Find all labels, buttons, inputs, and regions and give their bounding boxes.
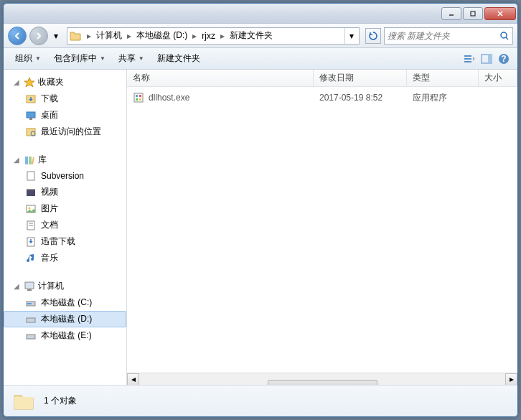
sidebar-drive-e[interactable]: 本地磁盘 (E:) bbox=[4, 327, 126, 344]
refresh-button[interactable] bbox=[365, 28, 381, 44]
download-icon bbox=[25, 236, 37, 248]
folder-large-icon bbox=[12, 390, 35, 413]
col-name[interactable]: 名称 bbox=[127, 70, 314, 86]
svg-rect-10 bbox=[488, 55, 492, 63]
minimize-button[interactable] bbox=[441, 7, 461, 20]
libraries-header[interactable]: ◢库 bbox=[4, 151, 126, 168]
breadcrumb-computer[interactable]: 计算机 bbox=[93, 28, 125, 44]
search-input[interactable] bbox=[388, 31, 499, 41]
breadcrumb-sep-icon[interactable]: ▸ bbox=[85, 31, 93, 41]
share-button[interactable]: 共享▼ bbox=[113, 50, 150, 67]
nav-pane: ◢收藏夹 下载 桌面 最近访问的位置 ◢库 Subversion 视频 图片 文… bbox=[4, 70, 127, 385]
sidebar-subversion[interactable]: Subversion bbox=[4, 168, 126, 184]
scroll-thumb[interactable] bbox=[268, 380, 377, 385]
back-button[interactable] bbox=[8, 27, 27, 45]
horizontal-scrollbar[interactable]: ◂ ▸ bbox=[127, 373, 517, 385]
address-dropdown[interactable]: ▾ bbox=[344, 28, 357, 44]
svg-rect-34 bbox=[27, 318, 35, 322]
close-button[interactable] bbox=[484, 7, 516, 20]
svg-rect-23 bbox=[27, 189, 35, 190]
breadcrumb-sep-icon[interactable]: ▸ bbox=[218, 31, 227, 41]
body: ◢收藏夹 下载 桌面 最近访问的位置 ◢库 Subversion 视频 图片 文… bbox=[4, 70, 517, 385]
sidebar-recent[interactable]: 最近访问的位置 bbox=[4, 123, 126, 140]
sidebar-documents[interactable]: 文档 bbox=[4, 217, 126, 233]
nav-bar: ▾ ▸ 计算机 ▸ 本地磁盘 (D:) ▸ rjxz ▸ 新建文件夹 ▾ bbox=[4, 24, 517, 48]
address-bar[interactable]: ▸ 计算机 ▸ 本地磁盘 (D:) ▸ rjxz ▸ 新建文件夹 ▾ bbox=[67, 27, 360, 45]
col-type[interactable]: 类型 bbox=[407, 70, 479, 86]
file-row[interactable]: dllhost.exe 2017-05-19 8:52 应用程序 bbox=[127, 90, 517, 106]
breadcrumb-drive[interactable]: 本地磁盘 (D:) bbox=[133, 28, 190, 44]
doc-icon bbox=[25, 170, 37, 182]
sidebar-pictures[interactable]: 图片 bbox=[4, 200, 126, 217]
svg-rect-6 bbox=[464, 55, 471, 57]
sidebar-downloads[interactable]: 下载 bbox=[4, 90, 126, 107]
svg-rect-38 bbox=[139, 95, 141, 97]
breadcrumb-sep-icon[interactable]: ▸ bbox=[190, 31, 199, 41]
breadcrumb-sep-icon[interactable]: ▸ bbox=[125, 31, 133, 41]
search-icon bbox=[499, 31, 510, 41]
video-icon bbox=[25, 187, 37, 198]
preview-pane-button[interactable] bbox=[479, 51, 494, 67]
sidebar-drive-c[interactable]: 本地磁盘 (C:) bbox=[4, 294, 126, 311]
favorites-header[interactable]: ◢收藏夹 bbox=[4, 74, 126, 90]
sidebar-music[interactable]: 音乐 bbox=[4, 250, 126, 266]
svg-rect-19 bbox=[29, 157, 32, 164]
svg-rect-40 bbox=[139, 98, 141, 101]
search-box[interactable] bbox=[384, 27, 513, 45]
recent-icon bbox=[25, 126, 37, 138]
svg-rect-14 bbox=[27, 112, 35, 118]
svg-rect-37 bbox=[136, 95, 138, 97]
explorer-window: ▾ ▸ 计算机 ▸ 本地磁盘 (D:) ▸ rjxz ▸ 新建文件夹 ▾ 组织▼… bbox=[3, 3, 518, 417]
sidebar-videos[interactable]: 视频 bbox=[4, 184, 126, 200]
svg-rect-35 bbox=[27, 335, 35, 339]
maximize-button[interactable] bbox=[463, 7, 483, 20]
svg-rect-31 bbox=[27, 289, 32, 291]
file-name: dllhost.exe bbox=[149, 93, 189, 103]
svg-rect-39 bbox=[136, 98, 138, 101]
svg-line-5 bbox=[506, 37, 508, 39]
svg-rect-8 bbox=[464, 61, 471, 62]
svg-rect-18 bbox=[25, 157, 28, 164]
sidebar-xunlei[interactable]: 迅雷下载 bbox=[4, 233, 126, 250]
computer-icon bbox=[24, 281, 35, 292]
drive-icon bbox=[25, 314, 37, 325]
new-folder-button[interactable]: 新建文件夹 bbox=[151, 50, 206, 67]
col-modified[interactable]: 修改日期 bbox=[314, 70, 407, 86]
status-bar: 1 个对象 bbox=[4, 385, 517, 416]
picture-icon bbox=[25, 203, 37, 215]
sidebar-desktop[interactable]: 桌面 bbox=[4, 107, 126, 123]
svg-point-25 bbox=[29, 207, 31, 209]
svg-point-4 bbox=[501, 32, 507, 38]
view-options-button[interactable] bbox=[461, 51, 477, 67]
drive-icon bbox=[25, 297, 37, 309]
include-library-button[interactable]: 包含到库中▼ bbox=[48, 50, 111, 67]
file-list[interactable]: dllhost.exe 2017-05-19 8:52 应用程序 bbox=[127, 87, 517, 373]
svg-rect-15 bbox=[29, 118, 32, 120]
scroll-left-button[interactable]: ◂ bbox=[127, 373, 139, 386]
breadcrumb-folder2[interactable]: 新建文件夹 bbox=[227, 28, 276, 44]
organize-button[interactable]: 组织▼ bbox=[9, 50, 47, 67]
computer-header[interactable]: ◢计算机 bbox=[4, 278, 126, 294]
folder-icon bbox=[69, 29, 82, 42]
music-icon bbox=[25, 253, 37, 264]
nav-history-dropdown[interactable]: ▾ bbox=[51, 29, 61, 43]
exe-icon bbox=[133, 92, 144, 103]
breadcrumb-folder1[interactable]: rjxz bbox=[199, 28, 218, 44]
toolbar: 组织▼ 包含到库中▼ 共享▼ 新建文件夹 ? bbox=[4, 48, 517, 70]
forward-button[interactable] bbox=[29, 27, 48, 45]
svg-rect-33 bbox=[27, 303, 32, 304]
file-modified: 2017-05-19 8:52 bbox=[314, 93, 407, 103]
sidebar-drive-d[interactable]: 本地磁盘 (D:) bbox=[4, 311, 126, 327]
file-view: 名称 修改日期 类型 大小 dllhost.exe 2017-05-19 8:5… bbox=[127, 70, 517, 385]
svg-text:?: ? bbox=[501, 54, 506, 64]
col-size[interactable]: 大小 bbox=[479, 70, 517, 86]
svg-rect-21 bbox=[27, 172, 34, 180]
scroll-right-button[interactable]: ▸ bbox=[505, 373, 517, 386]
column-headers: 名称 修改日期 类型 大小 bbox=[127, 70, 517, 87]
library-icon bbox=[24, 154, 35, 166]
drive-icon bbox=[25, 330, 37, 342]
file-type: 应用程序 bbox=[407, 92, 479, 104]
svg-rect-7 bbox=[464, 58, 471, 60]
doc-icon bbox=[25, 220, 37, 231]
help-button[interactable]: ? bbox=[496, 51, 512, 67]
